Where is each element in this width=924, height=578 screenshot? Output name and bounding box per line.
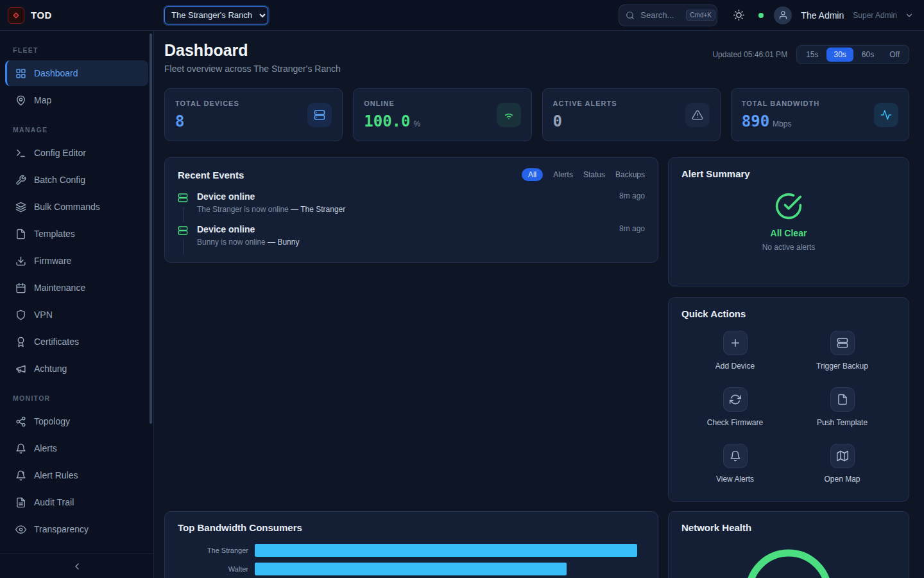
refresh-30s-button[interactable]: 30s — [826, 48, 853, 62]
stat-card-active-alerts: ACTIVE ALERTS 0 — [542, 88, 721, 141]
section-label-monitor: MONITOR — [0, 383, 153, 407]
sidebar-item-templates[interactable]: Templates — [5, 221, 148, 247]
filter-backups[interactable]: Backups — [615, 168, 645, 181]
user-name: The Admin — [801, 10, 844, 21]
file-icon — [15, 229, 26, 240]
open-map-button[interactable]: Open Map — [789, 444, 896, 484]
trigger-backup-button[interactable]: Trigger Backup — [789, 331, 896, 371]
search-shortcut: Cmd+K — [686, 10, 715, 21]
bandwidth-device-label: Walter — [178, 565, 255, 573]
bandwidth-row: Walter — [178, 563, 645, 575]
stat-value: 100.0 — [364, 112, 410, 130]
avatar[interactable] — [774, 6, 792, 24]
sidebar-item-label: VPN — [34, 310, 53, 320]
event-row[interactable]: Device online The Stranger is now online… — [178, 191, 645, 214]
sidebar: FLEET Dashboard Map MANAGE Config Editor… — [0, 31, 154, 578]
sidebar-item-config-editor[interactable]: Config Editor — [5, 140, 148, 166]
chevron-down-icon[interactable] — [905, 11, 914, 20]
file-icon — [830, 387, 855, 412]
refresh-off-button[interactable]: Off — [882, 48, 907, 62]
download-icon — [15, 256, 26, 267]
refresh-15s-button[interactable]: 15s — [799, 48, 825, 62]
sidebar-item-firmware[interactable]: Firmware — [5, 248, 148, 274]
filter-alerts[interactable]: Alerts — [553, 168, 573, 181]
stat-value: 0 — [553, 112, 562, 130]
map-icon — [830, 444, 855, 468]
sidebar-item-vpn[interactable]: VPN — [5, 302, 148, 328]
sidebar-item-certificates[interactable]: Certificates — [5, 329, 148, 355]
event-device: — Bunny — [268, 238, 299, 247]
sidebar-item-label: Topology — [34, 416, 70, 426]
theme-toggle-button[interactable] — [729, 6, 748, 25]
event-title: Device online — [197, 191, 619, 202]
check-firmware-button[interactable]: Check Firmware — [681, 387, 789, 427]
dashboard-grid-icon — [15, 68, 26, 79]
map-pin-icon — [15, 95, 26, 106]
filter-all[interactable]: All — [522, 168, 543, 181]
topbar-main: The Stranger's Ranch Cmd+K The Admin Sup… — [154, 4, 924, 26]
alert-triangle-icon — [685, 103, 710, 127]
bandwidth-chart-card: Top Bandwidth Consumers The Stranger Wal… — [164, 511, 658, 578]
sun-icon — [733, 10, 744, 21]
sidebar-item-label: Batch Config — [34, 175, 85, 185]
sidebar-scrollbar[interactable] — [150, 33, 152, 424]
terminal-icon — [15, 148, 26, 159]
event-description-text: Bunny is now online — [197, 238, 266, 247]
sidebar-item-maintenance[interactable]: Maintenance — [5, 275, 148, 301]
stat-label: TOTAL DEVICES — [175, 100, 239, 107]
card-title: Recent Events — [178, 170, 244, 180]
user-role: Super Admin — [853, 11, 897, 20]
stat-suffix: % — [414, 119, 421, 128]
fleet-select[interactable]: The Stranger's Ranch — [164, 6, 268, 24]
event-title: Device online — [197, 224, 619, 234]
refresh-60s-button[interactable]: 60s — [855, 48, 881, 62]
sidebar-item-label: Certificates — [34, 337, 79, 347]
quick-actions-card: Quick Actions Add Device Trigger Backup — [668, 297, 909, 502]
sidebar-item-batch-config[interactable]: Batch Config — [5, 167, 148, 193]
app-logo-icon — [8, 7, 24, 24]
stat-label: TOTAL BANDWIDTH — [742, 100, 819, 107]
filter-status[interactable]: Status — [583, 168, 605, 181]
add-device-button[interactable]: Add Device — [681, 331, 789, 371]
sidebar-collapse-button[interactable] — [0, 554, 153, 578]
wrench-icon — [15, 175, 26, 186]
sidebar-item-alert-rules[interactable]: Alert Rules — [5, 462, 148, 488]
stat-card-online: ONLINE 100.0 % — [353, 88, 531, 141]
wifi-icon — [497, 103, 521, 127]
award-icon — [15, 337, 26, 347]
sidebar-item-achtung[interactable]: Achtung — [5, 356, 148, 381]
search-icon — [626, 11, 635, 20]
sidebar-item-map[interactable]: Map — [5, 87, 148, 113]
bandwidth-device-label: The Stranger — [178, 547, 255, 554]
section-label-fleet: FLEET — [0, 35, 153, 59]
search-box[interactable]: Cmd+K — [619, 4, 717, 26]
sidebar-item-bulk-commands[interactable]: Bulk Commands — [5, 194, 148, 220]
donut-ring — [740, 545, 837, 578]
recent-events-card: Recent Events All Alerts Status Backups … — [164, 157, 658, 263]
user-icon — [778, 10, 788, 20]
server-icon — [178, 193, 188, 203]
sidebar-item-label: Audit Trail — [34, 497, 74, 507]
alert-detail: No active alerts — [762, 243, 816, 252]
sidebar-item-label: Dashboard — [34, 68, 78, 78]
brand: TOD — [0, 7, 154, 24]
card-title: Alert Summary — [681, 168, 896, 179]
sidebar-item-transparency[interactable]: Transparency — [5, 516, 148, 542]
sidebar-item-alerts[interactable]: Alerts — [5, 435, 148, 461]
server-icon — [830, 331, 855, 355]
event-device: — The Stranger — [291, 205, 345, 214]
push-template-button[interactable]: Push Template — [789, 387, 896, 427]
sidebar-item-topology[interactable]: Topology — [5, 408, 148, 434]
bell-icon — [723, 444, 748, 468]
main-content: Dashboard Fleet overview across The Stra… — [154, 31, 924, 578]
event-row[interactable]: Device online Bunny is now online — Bunn… — [178, 224, 645, 247]
calendar-icon — [15, 283, 26, 293]
quick-action-label: Open Map — [824, 475, 860, 484]
search-input[interactable] — [639, 10, 681, 21]
network-health-card: Network Health — [668, 511, 909, 578]
stat-value: 8 — [175, 112, 184, 130]
sidebar-item-audit-trail[interactable]: Audit Trail — [5, 489, 148, 515]
page-header: Dashboard Fleet overview across The Stra… — [164, 41, 909, 74]
sidebar-item-dashboard[interactable]: Dashboard — [5, 60, 148, 86]
view-alerts-button[interactable]: View Alerts — [681, 444, 789, 484]
